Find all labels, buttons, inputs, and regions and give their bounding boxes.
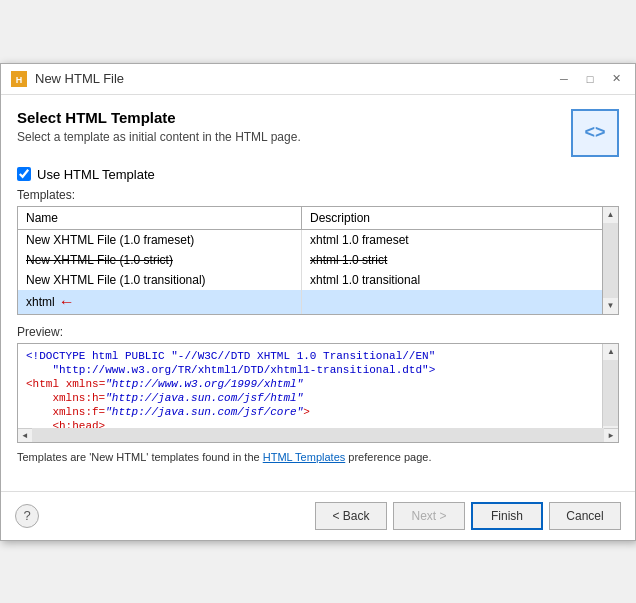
svg-text:H: H bbox=[16, 75, 23, 85]
back-button[interactable]: < Back bbox=[315, 502, 387, 530]
preview-scroll-track bbox=[603, 360, 619, 426]
col-header-name: Name bbox=[18, 207, 302, 229]
header-section: Select HTML Template Select a template a… bbox=[17, 109, 619, 157]
arrow-indicator: ← bbox=[59, 293, 75, 311]
row-3-name: New XHTML File (1.0 transitional) bbox=[18, 270, 302, 290]
preview-line-2: "http://www.w3.org/TR/xhtml1/DTD/xhtml1-… bbox=[26, 364, 610, 376]
title-bar-left: H New HTML File bbox=[11, 71, 124, 87]
footer-text: Templates are 'New HTML' templates found… bbox=[17, 451, 619, 463]
col-header-description: Description bbox=[302, 207, 586, 229]
window-icon: H bbox=[11, 71, 27, 87]
preview-hscroll-left[interactable]: ◄ bbox=[18, 428, 32, 442]
dialog-content: Select HTML Template Select a template a… bbox=[1, 95, 635, 491]
next-button[interactable]: Next > bbox=[393, 502, 465, 530]
cancel-button[interactable]: Cancel bbox=[549, 502, 621, 530]
row-3-desc: xhtml 1.0 transitional bbox=[302, 270, 586, 290]
preview-label: Preview: bbox=[17, 325, 619, 339]
preview-line-5: xmlns:f="http://java.sun.com/jsf/core"> bbox=[26, 406, 610, 418]
minimize-button[interactable]: ─ bbox=[555, 70, 573, 88]
html-template-icon: <> bbox=[571, 109, 619, 157]
footer-text-before: Templates are 'New HTML' templates found… bbox=[17, 451, 260, 463]
row-1-desc: xhtml 1.0 frameset bbox=[302, 230, 586, 250]
page-title: Select HTML Template bbox=[17, 109, 301, 126]
table-scrollbar[interactable]: ▲ ▼ bbox=[602, 207, 618, 314]
row-4-desc bbox=[302, 290, 586, 314]
table-row[interactable]: New XHTML File (1.0 strict) xhtml 1.0 st… bbox=[18, 250, 602, 270]
row-4-name: xhtml ← bbox=[18, 290, 302, 314]
help-button[interactable]: ? bbox=[15, 504, 39, 528]
templates-table: Name Description New XHTML File (1.0 fra… bbox=[17, 206, 619, 315]
use-template-row: Use HTML Template bbox=[17, 167, 619, 182]
finish-button[interactable]: Finish bbox=[471, 502, 543, 530]
use-template-checkbox[interactable] bbox=[17, 167, 31, 181]
preview-line-3: <html xmlns="http://www.w3.org/1999/xhtm… bbox=[26, 378, 610, 390]
maximize-button[interactable]: □ bbox=[581, 70, 599, 88]
title-controls: ─ □ ✕ bbox=[555, 70, 625, 88]
scroll-up-button[interactable]: ▲ bbox=[603, 207, 619, 223]
preview-box: <!DOCTYPE html PUBLIC "-//W3C//DTD XHTML… bbox=[17, 343, 619, 443]
row-1-name: New XHTML File (1.0 frameset) bbox=[18, 230, 302, 250]
close-button[interactable]: ✕ bbox=[607, 70, 625, 88]
table-row[interactable]: New XHTML File (1.0 frameset) xhtml 1.0 … bbox=[18, 230, 602, 250]
preview-line-4: xmlns:h="http://java.sun.com/jsf/html" bbox=[26, 392, 610, 404]
row-2-name: New XHTML File (1.0 strict) bbox=[18, 250, 302, 270]
dialog-window: H New HTML File ─ □ ✕ Select HTML Templa… bbox=[0, 63, 636, 541]
window-title: New HTML File bbox=[35, 71, 124, 86]
preview-hscroll-right[interactable]: ► bbox=[604, 428, 618, 442]
use-template-label: Use HTML Template bbox=[37, 167, 155, 182]
title-bar: H New HTML File ─ □ ✕ bbox=[1, 64, 635, 95]
table-row[interactable]: New XHTML File (1.0 transitional) xhtml … bbox=[18, 270, 602, 290]
scroll-down-button[interactable]: ▼ bbox=[603, 298, 619, 314]
navigation-buttons: < Back Next > Finish Cancel bbox=[315, 502, 621, 530]
row-2-desc: xhtml 1.0 strict bbox=[302, 250, 586, 270]
preview-hscroll-track bbox=[32, 428, 604, 442]
preview-scroll-up[interactable]: ▲ bbox=[603, 344, 619, 360]
table-header: Name Description bbox=[18, 207, 602, 230]
html-templates-link[interactable]: HTML Templates bbox=[263, 451, 346, 463]
scroll-track bbox=[603, 223, 619, 298]
templates-label: Templates: bbox=[17, 188, 619, 202]
preview-hscrollbar[interactable]: ◄ ► bbox=[18, 428, 618, 442]
header-text: Select HTML Template Select a template a… bbox=[17, 109, 301, 144]
button-row: ? < Back Next > Finish Cancel bbox=[1, 491, 635, 540]
footer-text-after: preference page. bbox=[348, 451, 431, 463]
table-row[interactable]: xhtml ← bbox=[18, 290, 602, 314]
preview-line-1: <!DOCTYPE html PUBLIC "-//W3C//DTD XHTML… bbox=[26, 350, 610, 362]
page-subtitle: Select a template as initial content in … bbox=[17, 130, 301, 144]
